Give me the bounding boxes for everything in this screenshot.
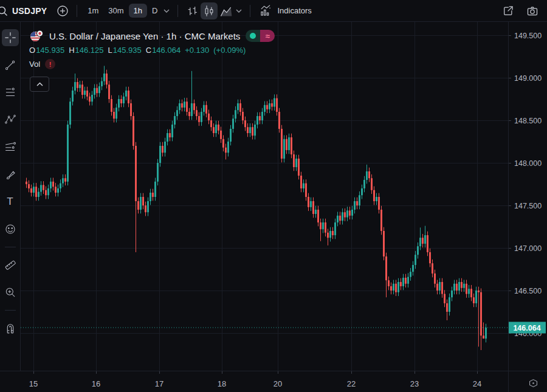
time-axis-label: 17 <box>155 379 163 388</box>
candle-body <box>45 190 47 195</box>
candle-body <box>395 284 397 292</box>
crosshair-tool-icon[interactable] <box>2 29 19 46</box>
candle-body <box>98 86 100 93</box>
candle-body <box>295 159 297 167</box>
compare-add-symbol-icon[interactable] <box>54 2 71 19</box>
candle-body <box>310 201 312 207</box>
candle-body <box>28 184 30 188</box>
symbol-name[interactable]: USDJPY <box>12 6 47 16</box>
candle-body <box>378 197 380 210</box>
candle-body <box>74 82 76 91</box>
candle-body <box>291 137 292 154</box>
candle-body <box>444 294 446 303</box>
candle-body <box>483 335 484 339</box>
area-style-icon[interactable] <box>218 2 235 19</box>
last-price-badge-label: 146.064 <box>513 324 540 332</box>
candle-body <box>152 193 154 197</box>
candle-body <box>123 97 125 103</box>
candle-body <box>458 282 460 291</box>
candle-body <box>373 190 375 201</box>
candle-body <box>470 289 472 297</box>
candle-body <box>213 127 215 133</box>
candle-body <box>96 88 98 93</box>
candle-body <box>390 286 392 291</box>
candle-body <box>269 103 270 109</box>
fib-retracement-tool-icon[interactable] <box>2 84 19 101</box>
candle-body <box>130 103 132 116</box>
candle-body <box>485 328 487 339</box>
text-tool-icon[interactable]: T <box>2 193 19 210</box>
candle-body <box>432 263 433 273</box>
share-icon[interactable] <box>500 2 517 19</box>
volume-label[interactable]: Vol <box>29 60 40 69</box>
interval-button-d[interactable]: D <box>147 4 162 18</box>
candle-body <box>349 210 351 215</box>
interval-button-30m[interactable]: 30m <box>103 4 128 18</box>
candle-body <box>47 188 49 195</box>
xabcd-pattern-tool-icon[interactable] <box>2 111 19 128</box>
candle-body <box>252 127 253 136</box>
candle-body <box>181 103 183 108</box>
candle-body <box>315 210 317 214</box>
candle-body <box>171 125 173 137</box>
forecast-tool-icon[interactable] <box>2 139 19 156</box>
candle-body <box>108 84 110 99</box>
collapse-legend-button[interactable] <box>30 77 49 92</box>
candle-body <box>103 74 105 81</box>
candle-body <box>468 289 470 294</box>
candle-body <box>232 119 234 129</box>
snapshot-camera-icon[interactable] <box>524 2 541 19</box>
candle-body <box>227 142 229 153</box>
volume-error-icon[interactable]: ! <box>45 59 55 69</box>
candle-body <box>346 210 348 217</box>
candle-body <box>188 112 190 116</box>
interval-button-1h[interactable]: 1h <box>129 4 147 18</box>
interval-button-1m[interactable]: 1m <box>83 4 103 18</box>
candle-body <box>427 235 428 252</box>
chart-style-chevron-down-icon[interactable] <box>236 9 242 13</box>
high-label: H <box>69 46 74 55</box>
candle-body <box>154 182 156 197</box>
candle-body <box>274 98 275 107</box>
candle-body <box>52 182 54 187</box>
candle-body <box>380 210 382 231</box>
candle-body <box>424 235 426 244</box>
zoom-in-tool-icon[interactable] <box>2 284 19 301</box>
candle-body <box>215 125 217 133</box>
magnet-tool-icon[interactable] <box>2 320 19 337</box>
symbol-flags-icon <box>29 30 44 42</box>
candle-body <box>300 176 302 188</box>
toolbar-right-group <box>500 2 541 19</box>
symbol-search-icon[interactable] <box>0 2 11 19</box>
change-value: +0.130 <box>185 46 209 55</box>
emoji-tool-icon[interactable] <box>2 221 19 238</box>
ruler-tool-icon[interactable] <box>2 256 19 273</box>
candle-body <box>312 201 314 214</box>
low-value: 145.935 <box>113 46 142 55</box>
candle-body <box>303 184 304 188</box>
candle-body <box>339 216 341 221</box>
candles-style-icon[interactable] <box>201 2 218 19</box>
bars-style-icon[interactable] <box>184 2 201 19</box>
candle-body <box>72 91 74 101</box>
candle-wick <box>478 287 479 347</box>
price-axis-label: 147.000 <box>514 244 542 253</box>
interval-menu-chevron-down-icon[interactable] <box>163 9 170 13</box>
candle-body <box>55 187 57 193</box>
toolbar-divider <box>5 247 16 247</box>
axis-settings-gear-icon[interactable] <box>526 376 540 390</box>
candle-body <box>366 171 368 180</box>
candle-body <box>461 282 463 288</box>
trend-line-tool-icon[interactable] <box>2 57 19 74</box>
brush-tool-icon[interactable] <box>2 166 19 183</box>
market-open-dot-icon <box>246 30 260 42</box>
candle-body <box>407 277 409 284</box>
indicators-button[interactable]: Indicators <box>258 4 311 18</box>
market-status-pills[interactable]: ≈ <box>246 30 275 42</box>
symbol-title[interactable]: U.S. Dollar / Japanese Yen · 1h · CMC Ma… <box>49 31 240 41</box>
candle-body <box>419 238 421 246</box>
candle-body <box>67 125 69 182</box>
candle-body <box>237 103 239 110</box>
top-toolbar: USDJPY 1m 30m 1h D Indicators <box>0 0 547 22</box>
candle-body <box>147 201 149 212</box>
